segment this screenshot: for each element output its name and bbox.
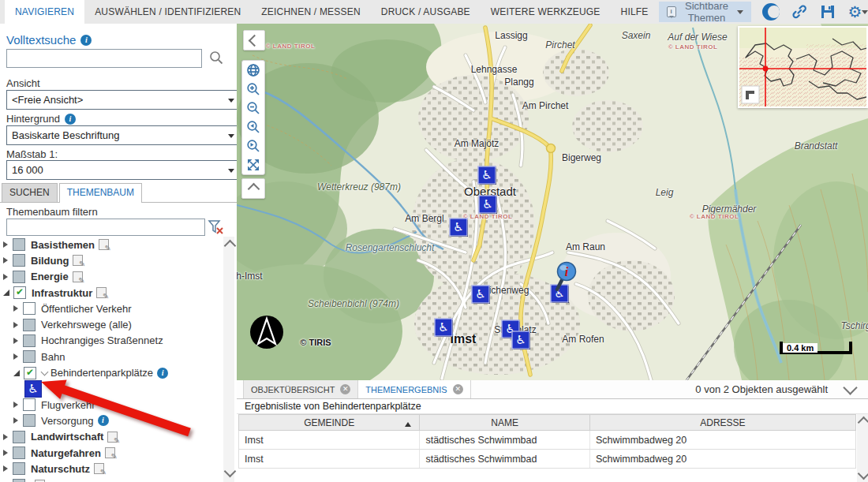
- expand-arrow-icon[interactable]: [3, 465, 8, 472]
- save-icon[interactable]: [819, 3, 836, 21]
- tree-item-flugverkehr[interactable]: Flugverkehr: [0, 397, 223, 413]
- ansicht-select[interactable]: <Freie Ansicht>: [6, 90, 240, 110]
- tree-item-bahn[interactable]: Bahn: [0, 349, 223, 364]
- toolbar-scroll-up-button[interactable]: [241, 178, 265, 199]
- info-balloon-marker[interactable]: i: [553, 261, 580, 293]
- massstab-select[interactable]: 16 000: [6, 160, 240, 180]
- expand-arrow-icon[interactable]: [13, 353, 18, 360]
- column-header-gemeinde[interactable]: GEMEINDE: [239, 415, 420, 430]
- checkbox-filled[interactable]: [23, 414, 36, 427]
- scroll-up-icon[interactable]: [858, 417, 868, 429]
- tree-item-naturschutz[interactable]: Naturschutz: [0, 461, 223, 476]
- note-edit-icon[interactable]: [107, 432, 118, 443]
- close-icon[interactable]: ✕: [340, 384, 350, 394]
- menu-tab-navigieren[interactable]: NAVIGIEREN: [5, 0, 84, 24]
- checkbox-checked[interactable]: ✔: [24, 367, 36, 379]
- info-icon[interactable]: i: [80, 35, 92, 46]
- note-edit-icon[interactable]: [73, 255, 83, 266]
- note-edit-icon[interactable]: [99, 239, 109, 250]
- visible-themes-button[interactable]: i Sichtbare Themen: [659, 2, 752, 22]
- expand-arrow-icon[interactable]: [3, 450, 8, 456]
- menu-tab-ausw-hlen-identifizieren[interactable]: AUSWÄHLEN / IDENTIFIZIEREN: [84, 0, 251, 24]
- search-icon[interactable]: [208, 50, 224, 69]
- tree-item[interactable]: [0, 476, 223, 482]
- tree-item-behindertenparkplätze[interactable]: ✔Behindertenparkplätzei: [0, 364, 223, 380]
- tree-item-basisthemen[interactable]: Basisthemen: [0, 237, 223, 252]
- tree-item-naturgefahren[interactable]: Naturgefahren: [0, 445, 223, 461]
- tree-item-versorgung[interactable]: Versorgungi: [0, 413, 223, 428]
- checkbox-filled[interactable]: [23, 350, 36, 363]
- hintergrund-select[interactable]: Basiskarte Beschriftung: [6, 125, 240, 145]
- checkbox-empty[interactable]: [23, 302, 36, 315]
- tree-item-label[interactable]: Energie: [31, 271, 69, 282]
- tree-item[interactable]: ♿: [0, 381, 223, 397]
- zoom-out-icon[interactable]: [242, 99, 264, 118]
- note-edit-icon[interactable]: [73, 271, 83, 282]
- table-row[interactable]: Imststädtisches SchwimmbadSchwimmbadweg …: [238, 450, 856, 469]
- tree-item-label[interactable]: Bahn: [41, 351, 65, 363]
- menu-tab-hilfe[interactable]: HILFE: [611, 0, 659, 24]
- checkbox-filled[interactable]: [13, 479, 25, 482]
- expand-arrow-icon[interactable]: [13, 305, 18, 312]
- tree-item-label[interactable]: Behindertenparkplätze: [51, 367, 153, 379]
- menu-tab-weitere-werkzeuge[interactable]: WEITERE WERKZEUGE: [481, 0, 611, 24]
- expand-arrow-icon[interactable]: [13, 402, 18, 408]
- table-row[interactable]: Imststädtisches SchwimmbadSchwimmbadweg …: [238, 431, 856, 450]
- column-header-name[interactable]: NAME: [420, 415, 589, 430]
- zoom-next-icon[interactable]: [242, 136, 264, 155]
- expand-arrow-icon[interactable]: [13, 322, 18, 328]
- tree-scrollbar[interactable]: [223, 237, 234, 482]
- tree-item-label[interactable]: Versorgung: [41, 415, 94, 427]
- checkbox-checked[interactable]: ✔: [13, 286, 26, 299]
- tree-item-label[interactable]: Basisthemen: [31, 239, 95, 251]
- expand-arrow-icon[interactable]: [13, 417, 18, 424]
- tree-item-verkehrswege-alle-[interactable]: Verkehrswege (alle): [0, 316, 223, 332]
- results-tab-themenergebnis[interactable]: THEMENERGEBNIS✕: [358, 380, 470, 398]
- note-edit-icon[interactable]: [96, 287, 107, 298]
- zoom-previous-icon[interactable]: [242, 118, 264, 136]
- results-tab-objektübersicht[interactable]: OBJEKTÜBERSICHT✕: [243, 380, 358, 398]
- fulltext-search-input[interactable]: [6, 49, 202, 68]
- scroll-up-icon[interactable]: [224, 240, 237, 252]
- checkbox-filled[interactable]: [13, 271, 25, 283]
- tree-item-infrastruktur[interactable]: ✔Infrastruktur: [0, 285, 223, 301]
- checkbox-empty[interactable]: [23, 398, 36, 411]
- checkbox-filled[interactable]: [23, 319, 36, 331]
- overview-inset-map[interactable]: [738, 26, 868, 108]
- collapse-arrow-icon[interactable]: [3, 290, 9, 296]
- scroll-down-icon[interactable]: [224, 465, 237, 478]
- scroll-down-icon[interactable]: [858, 468, 868, 480]
- expand-arrow-icon[interactable]: [13, 338, 18, 344]
- link-icon[interactable]: [791, 3, 808, 21]
- sidebar-tab-themenbaum[interactable]: THEMENBAUM: [59, 183, 142, 203]
- expand-arrow-icon[interactable]: [3, 257, 8, 263]
- full-extent-icon[interactable]: [242, 155, 264, 174]
- expand-arrow-icon[interactable]: [3, 434, 8, 440]
- wheelchair-marker-icon[interactable]: ♿: [512, 331, 530, 349]
- checkbox-filled[interactable]: [13, 431, 25, 443]
- menu-tab-zeichnen-messen[interactable]: ZEICHNEN / MESSEN: [251, 0, 370, 24]
- collapse-panel-button[interactable]: [243, 30, 265, 50]
- tree-item-energie[interactable]: Energie: [0, 269, 223, 285]
- tree-item-label[interactable]: Öffentlicher Verkehr: [41, 303, 132, 315]
- zoom-in-icon[interactable]: [242, 80, 264, 99]
- tree-item-bildung[interactable]: Bildung: [0, 252, 223, 268]
- themetree-filter-input[interactable]: [6, 219, 205, 236]
- tree-item-landwirtschaft[interactable]: Landwirtschaft: [0, 429, 223, 445]
- tree-item-label[interactable]: Naturgefahren: [31, 447, 101, 459]
- wheelchair-marker-icon[interactable]: ♿: [472, 286, 490, 304]
- checkbox-filled[interactable]: [13, 462, 25, 475]
- tree-item-label[interactable]: Verkehrswege (alle): [41, 319, 132, 331]
- menu-tab-druck-ausgabe[interactable]: DRUCK / AUSGABE: [371, 0, 481, 24]
- tree-item-öffentlicher-verkehr[interactable]: Öffentlicher Verkehr: [0, 301, 223, 316]
- crescent-icon[interactable]: [762, 3, 780, 21]
- chevron-down-icon[interactable]: [843, 380, 857, 394]
- expand-arrow-icon[interactable]: [3, 241, 8, 248]
- wheelchair-marker-icon[interactable]: ♿: [435, 319, 453, 337]
- tree-item-label[interactable]: Bildung: [31, 255, 69, 267]
- expand-arrow-icon[interactable]: [3, 274, 8, 280]
- info-icon[interactable]: i: [65, 114, 76, 125]
- collapse-arrow-icon[interactable]: [13, 370, 20, 376]
- info-icon[interactable]: i: [98, 415, 109, 426]
- tree-item-hochrangiges-straßennetz[interactable]: Hochrangiges Straßennetz: [0, 333, 223, 349]
